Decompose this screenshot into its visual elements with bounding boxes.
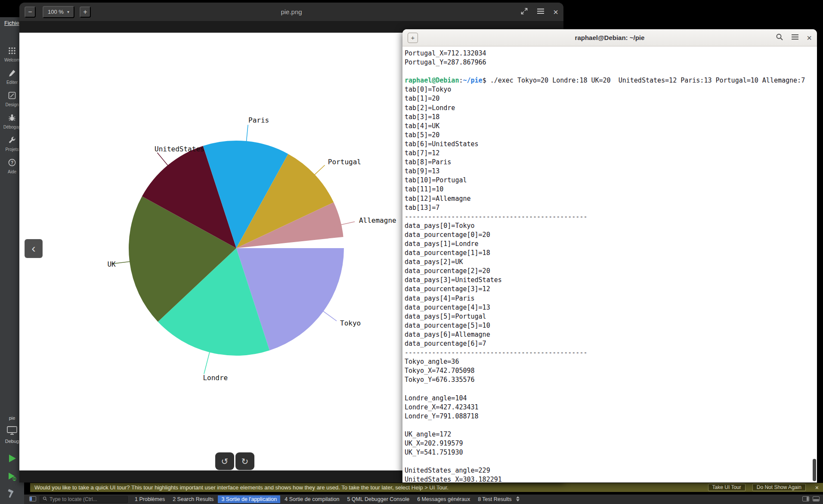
pane-qml-debugger-console[interactable]: 5 QML Debugger Console bbox=[343, 495, 413, 503]
terminal-line: data_pourcentage[3]=12 bbox=[405, 285, 817, 294]
pane-search-results[interactable]: 2 Search Results bbox=[169, 495, 217, 503]
terminal-line: data_pourcentage[5]=10 bbox=[405, 321, 817, 330]
rotate-left-button[interactable]: ↺ bbox=[215, 452, 234, 470]
terminal-line: Tokyo_X=742.705098 bbox=[405, 366, 817, 375]
fullscreen-icon[interactable] bbox=[520, 7, 528, 17]
pane-application-output[interactable]: 3 Sortie de l'application bbox=[218, 495, 280, 503]
locator-placeholder: Type to locate (Ctrl... bbox=[50, 496, 97, 502]
terminal-line: Portugal_Y=287.867966 bbox=[405, 58, 817, 67]
close-icon[interactable]: × bbox=[553, 8, 558, 16]
debug-play-icon bbox=[6, 471, 18, 484]
pie-label-Tokyo: Tokyo bbox=[340, 319, 361, 327]
terminal-line: data_pays[5]=Portugal bbox=[405, 312, 817, 321]
terminal-close-icon[interactable]: × bbox=[807, 34, 812, 42]
terminal-line: Portugal_X=712.132034 bbox=[405, 49, 817, 58]
locator-input[interactable]: Type to locate (Ctrl... bbox=[40, 496, 128, 503]
image-viewer-title: pie.png bbox=[19, 3, 563, 22]
terminal-title: raphael@Debian: ~/pie bbox=[402, 29, 817, 46]
terminal-line: data_pays[1]=Londre bbox=[405, 240, 817, 249]
terminal-line: data_pourcentage[4]=13 bbox=[405, 303, 817, 312]
pane-general-messages[interactable]: 6 Messages généraux bbox=[414, 495, 473, 503]
pane-compile-output[interactable]: 4 Sortie de compilation bbox=[281, 495, 343, 503]
build-button[interactable] bbox=[0, 489, 24, 501]
welcome-grid-icon bbox=[8, 46, 16, 57]
hammer-icon bbox=[7, 489, 17, 501]
terminal-line: tab[13]=7 bbox=[405, 203, 817, 212]
infobar-close-icon[interactable]: × bbox=[815, 485, 819, 491]
desktop: Fichie Welcom Éditer Design Débogag Proj… bbox=[0, 0, 823, 504]
terminal-line bbox=[405, 67, 817, 76]
terminal-line: raphael@Debian:~/pie$ ./exec Tokyo=20 Lo… bbox=[405, 76, 817, 85]
pie-label-UK: UK bbox=[107, 260, 116, 268]
bottom-pane-toggle-icon[interactable] bbox=[813, 496, 820, 503]
run-play-icon bbox=[6, 453, 18, 466]
terminal-line: tab[0]=Tokyo bbox=[405, 85, 817, 94]
terminal-line: tab[12]=Allemagne bbox=[405, 194, 817, 203]
rotate-controls: ↺ ↻ bbox=[215, 452, 254, 470]
terminal-line: tab[2]=Londre bbox=[405, 104, 817, 113]
ui-tour-infobar: Would you like to take a quick UI tour? … bbox=[30, 483, 823, 492]
terminal-line: data_pourcentage[2]=20 bbox=[405, 267, 817, 276]
terminal-line: UnitedStates_X=303.182291 bbox=[405, 475, 817, 482]
take-ui-tour-button[interactable]: Take UI Tour bbox=[708, 484, 746, 491]
terminal-line: data_pays[2]=UK bbox=[405, 258, 817, 267]
zoom-out-button[interactable]: − bbox=[25, 6, 36, 18]
previous-image-button[interactable]: ‹ bbox=[25, 239, 43, 258]
output-pane-buttons: 1 Problèmes 2 Search Results 3 Sortie de… bbox=[131, 495, 520, 503]
terminal-line: data_pays[4]=Paris bbox=[405, 294, 817, 303]
terminal-line bbox=[405, 457, 817, 466]
pie-label-Paris: Paris bbox=[248, 116, 269, 124]
terminal-line: data_pourcentage[6]=7 bbox=[405, 339, 817, 348]
sidebar-item-label: Welcom bbox=[4, 58, 20, 62]
right-sidebar-toggle-icon[interactable] bbox=[802, 496, 809, 503]
new-tab-button[interactable]: + bbox=[408, 33, 418, 43]
terminal-menu-hamburger-icon[interactable] bbox=[791, 34, 799, 42]
terminal-line: tab[6]=UnitedStates bbox=[405, 140, 817, 149]
terminal-scrollbar-thumb[interactable] bbox=[813, 459, 816, 481]
sidebar-item-label: Aide bbox=[8, 169, 16, 174]
help-icon: ? bbox=[8, 158, 16, 169]
terminal-line: Londre_angle=104 bbox=[405, 394, 817, 403]
terminal-line: data_pourcentage[0]=20 bbox=[405, 230, 817, 240]
pie-label-Portugal: Portugal bbox=[328, 158, 361, 166]
terminal-line: tab[9]=13 bbox=[405, 167, 817, 176]
terminal-line: Tokyo_Y=676.335576 bbox=[405, 375, 817, 384]
sidebar-item-label: Design bbox=[5, 102, 19, 107]
do-not-show-again-button[interactable]: Do Not Show Again bbox=[752, 484, 806, 491]
terminal-line: data_pays[0]=Tokyo bbox=[405, 221, 817, 230]
menu-hamburger-icon[interactable] bbox=[537, 8, 545, 16]
sidebar-item-label: Projets bbox=[5, 147, 19, 152]
bug-icon bbox=[8, 114, 16, 124]
terminal-output[interactable]: Portugal_X=712.132034Portugal_Y=287.8679… bbox=[402, 46, 817, 482]
infobar-message: Would you like to take a quick UI tour? … bbox=[30, 484, 708, 491]
terminal-line: Tokyo_angle=36 bbox=[405, 357, 817, 366]
terminal-line: tab[4]=UK bbox=[405, 122, 817, 131]
terminal-line: tab[3]=18 bbox=[405, 113, 817, 122]
pane-test-results[interactable]: 8 Test Results bbox=[474, 495, 515, 503]
design-icon bbox=[8, 91, 16, 101]
wrench-icon bbox=[8, 136, 16, 146]
terminal-line: data_pays[6]=Allemagne bbox=[405, 330, 817, 339]
chevron-down-icon: ▾ bbox=[67, 9, 69, 14]
svg-text:?: ? bbox=[11, 160, 13, 165]
terminal-search-icon[interactable] bbox=[776, 33, 783, 43]
terminal-line: tab[8]=Paris bbox=[405, 158, 817, 167]
statusbar-right-icons bbox=[802, 496, 820, 503]
monitor-icon bbox=[6, 425, 18, 437]
terminal-line bbox=[405, 421, 817, 430]
pane-updown-icon[interactable] bbox=[516, 496, 520, 503]
zoom-level-value: 100 % bbox=[48, 9, 64, 15]
qtcreator-statusbar: Type to locate (Ctrl... 1 Problèmes 2 Se… bbox=[24, 495, 823, 504]
terminal-titlebar: + raphael@Debian: ~/pie × bbox=[402, 29, 817, 46]
zoom-level-button[interactable]: 100 % ▾ bbox=[43, 6, 74, 18]
terminal-line: data_pays[3]=UnitedStates bbox=[405, 276, 817, 285]
terminal-line: UK_X=202.919579 bbox=[405, 439, 817, 448]
terminal-line: data_pourcentage[1]=18 bbox=[405, 249, 817, 258]
menu-fichier[interactable]: Fichie bbox=[4, 20, 19, 26]
terminal-line: tab[5]=20 bbox=[405, 131, 817, 140]
zoom-in-button[interactable]: + bbox=[80, 6, 91, 18]
pane-problems[interactable]: 1 Problèmes bbox=[131, 495, 168, 503]
sidebar-toggle-icon[interactable] bbox=[29, 496, 36, 503]
rotate-right-button[interactable]: ↻ bbox=[235, 452, 254, 470]
sidebar-item-label: Débogag bbox=[3, 125, 21, 129]
